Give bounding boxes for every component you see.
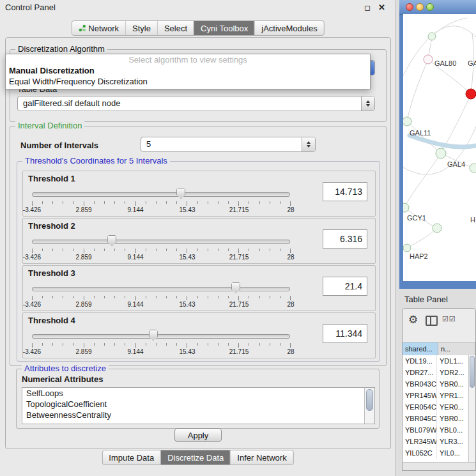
table-hscrollbar[interactable] [403,462,475,470]
attribute-item[interactable]: TopologicalCoefficient [22,399,374,410]
algorithm-option[interactable]: Equal Width/Frequency Discretization [6,76,370,87]
network-canvas[interactable]: GAL80GAGAL11GAL4GCY1HHAP2 [403,14,476,281]
gear-icon[interactable]: ⚙ [408,313,418,326]
node-label: GCY1 [407,214,426,222]
algorithm-popup: Select algorithm to view settings Manual… [5,54,371,89]
network-node[interactable] [470,164,476,173]
slider-scale: -3.4262.8599.14415.4321.71528 [32,254,291,261]
table-row[interactable]: YLR345WYLR3... [403,436,469,447]
table-panel: ⚙ ☑☑ shared...n... YDL19...YDL1...YDR27.… [402,308,476,471]
apply-button[interactable]: Apply [174,428,222,442]
threshold-panel: Threshold 2-3.4262.8599.14415.4321.71528… [22,218,376,264]
attribute-item[interactable]: BetweennessCentrality [22,410,374,420]
threshold-value-field[interactable]: 11.344 [323,324,367,343]
scale-label: 9.144 [127,254,143,261]
network-window-titlebar[interactable] [399,0,476,15]
column-header[interactable]: shared... [403,342,438,355]
slider-thumb[interactable] [176,188,185,199]
network-node[interactable] [403,203,409,212]
float-window-icon[interactable]: ◻ [364,3,371,12]
combo-stepper-icon[interactable] [302,137,315,151]
threshold-slider[interactable] [32,282,290,294]
scrollbar-thumb[interactable] [470,356,475,388]
threshold-value-field[interactable]: 21.4 [323,277,367,296]
network-edge[interactable] [407,228,437,248]
network-node[interactable] [433,224,441,233]
combo-stepper-icon[interactable] [361,96,374,111]
table-row[interactable]: YPR145WYPR1... [403,390,469,401]
tab-infer-network[interactable]: Infer Network [230,450,293,464]
scale-label: -3.426 [23,301,41,308]
intervals-count-select[interactable]: 5 [141,137,316,152]
table-cell: YIL052C [403,447,437,459]
slider-tick-marks-minor [32,343,291,346]
network-node[interactable] [428,33,436,40]
scrollbar-thumb[interactable] [366,389,373,411]
tab-label: jActiveModules [261,24,317,33]
tab-discretize-data[interactable]: Discretize Data [160,450,230,464]
columns-icon[interactable] [426,316,438,326]
threshold-value-field[interactable]: 14.713 [323,182,367,201]
table-row[interactable]: YIL052CYIL0... [403,447,469,459]
node-label: H [470,216,475,224]
table-cell: YDR2... [437,367,469,378]
numerical-attributes-label: Numerical Attributes [22,374,103,384]
zoom-window-icon[interactable] [426,3,434,11]
network-edge[interactable] [407,59,428,121]
table-scrollbar[interactable] [468,355,475,463]
network-node[interactable] [424,55,433,64]
tab-style[interactable]: Style [125,21,157,35]
slider-scale: -3.4262.8599.14415.4321.71528 [32,301,291,308]
minimize-window-icon[interactable] [416,3,424,11]
network-node[interactable] [436,148,446,158]
close-panel-icon[interactable]: ✕ [378,3,385,12]
network-edge[interactable] [404,153,441,208]
slider-thumb[interactable] [107,235,116,246]
network-edge[interactable] [403,26,476,75]
tab-label: Select [164,24,187,33]
scale-label: 15.43 [179,206,195,213]
attributes-scrollbar[interactable] [364,388,374,424]
threshold-value-field[interactable]: 6.316 [323,229,367,249]
tab-label: Style [132,24,151,33]
table-cell: YPR1... [437,390,469,401]
slider-thumb[interactable] [231,282,240,293]
scale-label: -3.426 [23,254,41,261]
intervals-count-label: Number of Intervals [20,141,98,150]
network-edge-highlighted[interactable] [410,135,476,147]
attributes-group-title: Attributes to discretize [22,364,109,373]
tab-cyni-toolbox[interactable]: Cyni Toolbox [194,21,254,35]
slider-track [32,334,290,339]
close-window-icon[interactable] [406,3,413,11]
threshold-slider[interactable] [32,235,290,247]
attributes-list[interactable]: SelfLoopsTopologicalCoefficientBetweenne… [22,387,375,424]
table-row[interactable]: YDR27...YDR2... [403,367,469,378]
network-node[interactable] [403,244,411,252]
threshold-label: Threshold 4 [28,316,75,325]
network-node-selected[interactable] [466,89,476,99]
table-row[interactable]: YDL19...YDL1... [403,355,469,367]
algorithm-option[interactable]: Manual Discretization [6,65,370,76]
table-row[interactable]: YER054CYER0... [403,401,469,413]
scale-label: 28 [287,206,294,213]
table-row[interactable]: YBR045CYBR0... [403,413,469,424]
attribute-item[interactable]: SelfLoops [22,388,374,399]
scale-label: 28 [287,301,294,308]
column-header[interactable]: n... [438,342,475,355]
threshold-slider[interactable] [32,330,290,341]
tab-impute-data[interactable]: Impute Data [102,450,160,464]
attributes-group: Attributes to discretize Numerical Attri… [16,369,380,429]
threshold-label: Threshold 1 [28,174,75,183]
scale-label: -3.426 [23,206,41,213]
tab-select[interactable]: Select [157,21,194,35]
slider-thumb[interactable] [149,330,158,341]
scale-label: 15.43 [179,348,195,355]
table-row[interactable]: YBL079WYBL0... [403,424,469,436]
select-columns-icon[interactable]: ☑☑ [442,315,456,323]
tab-jactivemodules[interactable]: jActiveModules [254,21,323,35]
threshold-slider[interactable] [32,188,290,199]
table-data-select[interactable]: galFiltered.sif default node [17,96,375,111]
network-node[interactable] [403,117,411,126]
tab-network[interactable]: Network [72,21,125,35]
table-row[interactable]: YBR043CYBR0... [403,378,469,390]
